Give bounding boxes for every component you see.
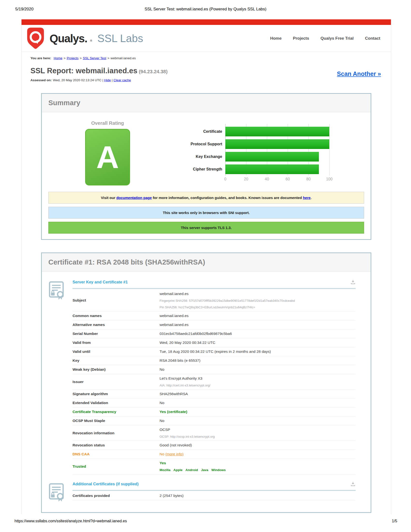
chart-axis-tick: 80 [306, 177, 311, 181]
row-valid-until: Valid untilTue, 18 Aug 2020 00:34:22 UTC… [73, 347, 356, 356]
nav-item-qualys-free-trial[interactable]: Qualys Free Trial [321, 36, 354, 41]
row-value: SHA256withRSA [159, 391, 356, 396]
row-value: YesMozilla Apple Android Java Windows [159, 461, 356, 472]
documentation-page-link[interactable]: documentation page [116, 196, 152, 200]
chart-bar-protocol-support [225, 139, 329, 149]
row-label: Valid until [73, 349, 159, 354]
chart-bar-row [225, 163, 329, 176]
scan-another-link[interactable]: Scan Another » [337, 70, 381, 77]
chart-bar-cipher-strength [225, 164, 319, 174]
row-label: Valid from [73, 341, 159, 345]
download-icon[interactable] [350, 481, 356, 486]
row-alternative-names: Alternative nameswebmail.ianed.es [73, 320, 356, 329]
site-header: Qualys.® SSL Labs HomeProjectsQualys Fre… [21, 25, 391, 52]
qualys-logo[interactable]: Qualys.® SSL Labs [25, 27, 143, 50]
nav-item-home[interactable]: Home [270, 36, 281, 41]
certificate-header: Certificate #1: RSA 2048 bits (SHA256wit… [42, 253, 371, 272]
row-value: webmail.ianed.esFingerprint SHA256: 57f1… [159, 291, 356, 309]
chart-bar-certificate [225, 127, 329, 136]
section-heading-server-key-and-certificate-1: Server Key and Certificate #1 [73, 280, 128, 284]
value-line: webmail.ianed.es [159, 322, 356, 327]
row-key: KeyRSA 2048 bits (e 65537) [73, 356, 356, 365]
value-line: Mozilla Apple Android Java Windows [159, 468, 356, 472]
chart-bar-key-exchange [225, 152, 319, 162]
overall-rating: Overall Rating A [42, 120, 173, 185]
value-line: No (more info) [159, 452, 356, 456]
title-row: SSL Report: webmail.ianed.es(94.23.24.38… [30, 66, 382, 76]
breadcrumb-link-projects[interactable]: Projects [67, 56, 79, 60]
row-value: Tue, 18 Aug 2020 00:34:22 UTC (expires i… [159, 349, 356, 354]
chart-axis-tick: 0 [224, 177, 226, 181]
row-label: Subject [73, 298, 159, 303]
value-line: No [159, 400, 356, 405]
row-certificates-provided: Certificates provided2 (2547 bytes) [73, 491, 356, 500]
certificate-title: Certificate #1: RSA 2048 bits (SHA256wit… [48, 258, 205, 266]
row-label: Extended Validation [73, 401, 159, 405]
assessed-line: Assessed on:Wed, 20 May 2020 02:13:24 UT… [30, 78, 382, 82]
hide-link[interactable]: Hide [104, 78, 111, 82]
row-issuer: IssuerLet's Encrypt Authority X3AIA: htt… [73, 374, 356, 390]
row-value: No [159, 400, 356, 405]
section-divider [73, 288, 356, 289]
chart-bar-row [225, 138, 329, 150]
breadcrumb-separator: > [107, 56, 109, 60]
breadcrumb-current: webmail.ianed.es [111, 56, 136, 60]
grade-box: A [85, 129, 130, 185]
value-line: SHA256withRSA [159, 391, 356, 396]
row-common-names: Common nameswebmail.ianed.es [73, 312, 356, 320]
value-line: OCSP: http://ocsp.int-x3.letsencrypt.org [159, 435, 356, 439]
breadcrumb-link-home[interactable]: Home [54, 56, 62, 60]
value-line: Yes (certificate) [159, 409, 356, 414]
print-title: SSL Server Test: webmail.ianed.es (Power… [0, 7, 411, 12]
breadcrumb-link-ssl-server-test[interactable]: SSL Server Test [83, 56, 106, 60]
summary-title: Summary [48, 99, 80, 107]
chart-gridline [329, 124, 329, 176]
print-header: 5/19/2020 SSL Server Test: webmail.ianed… [0, 7, 411, 13]
clear-cache-link[interactable]: Clear cache [113, 78, 131, 82]
brand-red-bar [21, 19, 391, 25]
rating-chart: CertificateProtocol SupportKey ExchangeC… [173, 124, 329, 185]
breadcrumb-separator: > [64, 56, 65, 60]
here-link[interactable]: here [303, 196, 311, 200]
top-nav: HomeProjectsQualys Free TrialContact [270, 36, 380, 41]
row-value: Let's Encrypt Authority X3AIA: http://ce… [159, 376, 356, 387]
value-line: Fingerprint SHA256: 57f157d070fff5b39229… [159, 299, 356, 303]
value-line: No [159, 367, 356, 372]
row-label: Revocation information [73, 431, 159, 435]
chart-axis-tick: 100 [326, 177, 333, 181]
chart-category-label-cipher-strength: Cipher Strength [173, 163, 225, 176]
row-serial-number: Serial Number031ecb4758aedc21afd0b02fbd6… [73, 329, 356, 338]
section-divider [73, 490, 356, 491]
nav-item-projects[interactable]: Projects [293, 36, 309, 41]
value-line: No [159, 418, 356, 423]
certificate-icon [49, 279, 73, 475]
assessed-value: Wed, 20 May 2020 02:13:24 UTC [53, 78, 102, 82]
row-label: Certificates provided [73, 494, 159, 498]
row-value: Yes (certificate) [159, 409, 356, 414]
value-line: 2 (2547 bytes) [159, 493, 356, 498]
row-label: Trusted [73, 464, 159, 469]
value-line: webmail.ianed.es [159, 291, 356, 296]
page-container: Qualys.® SSL Labs HomeProjectsQualys Fre… [21, 19, 391, 514]
print-url: https://www.ssllabs.com/ssltest/analyze.… [15, 519, 127, 523]
row-value: OCSPOCSP: http://ocsp.int-x3.letsencrypt… [159, 427, 356, 439]
chart-axis-tick: 60 [286, 177, 290, 181]
row-value: No [159, 418, 356, 423]
row-label: Alternative names [73, 323, 159, 327]
page-title: SSL Report: webmail.ianed.es(94.23.24.38… [30, 66, 168, 75]
more-info-link[interactable]: (more info) [165, 452, 184, 456]
summary-header: Summary [42, 94, 371, 112]
download-icon[interactable] [350, 279, 356, 285]
section-server-key-and-certificate-1: Server Key and Certificate #1Subjectwebm… [42, 279, 371, 475]
row-label: Certificate Transparency [73, 410, 159, 414]
row-value: 031ecb4758aedc21afd0b02fbd69879c5ba6 [159, 331, 356, 336]
nav-item-contact[interactable]: Contact [365, 36, 380, 41]
section-main: Server Key and Certificate #1Subjectwebm… [73, 279, 356, 475]
chart-category-label-key-exchange: Key Exchange [173, 150, 225, 163]
row-label: Weak key (Debian) [73, 367, 159, 372]
value-line: Yes [159, 461, 356, 466]
row-value: RSA 2048 bits (e 65537) [159, 358, 356, 363]
row-value: webmail.ianed.es [159, 322, 356, 327]
value-line: RSA 2048 bits (e 65537) [159, 358, 356, 363]
notice-green: This server supports TLS 1.3. [48, 222, 364, 234]
